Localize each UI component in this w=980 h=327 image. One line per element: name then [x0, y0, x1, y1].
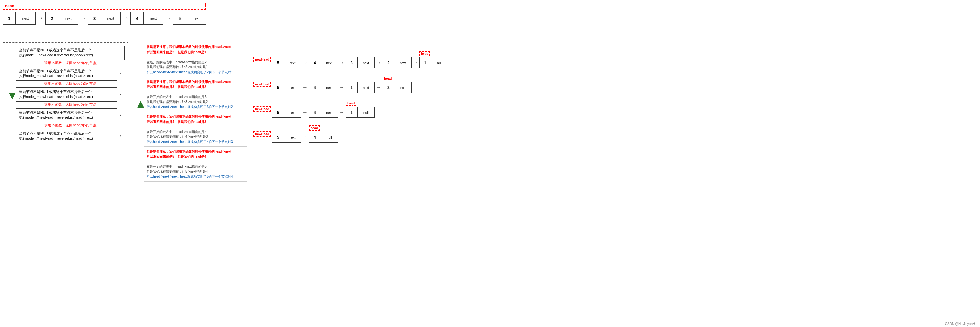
node-value: 3 [346, 57, 358, 68]
mid-line-2-4: 但是我们现在需要翻转，让4->next指向是3 [146, 135, 208, 138]
recursion-item: 当前节点不是NULL或者这个节点不是最后一个执行node_t *newHead … [16, 87, 125, 107]
chain-arrow-icon: → [301, 57, 309, 68]
chain-node: 5next [272, 107, 301, 118]
node-next: null [395, 82, 411, 93]
chain-node: 5next [272, 82, 301, 93]
node-value: 3 [88, 12, 101, 25]
rec-line1: 当前节点不是NULL或者这个节点不是最后一个 [19, 111, 92, 114]
node-next: next [321, 57, 338, 68]
chain-node: 2next [382, 57, 412, 68]
recursion-box: 当前节点不是NULL或者这个节点不是最后一个执行node_t *newHead … [16, 87, 118, 102]
node-value: 1 [420, 57, 431, 68]
node-next: null [431, 57, 448, 68]
node-next: next [358, 82, 374, 93]
recursion-box: 当前节点不是NULL或者这个节点不是最后一个执行node_t *newHead … [16, 129, 118, 143]
mid-line-1-3: 在最开始的链表中，head->next指向的是3 [146, 95, 207, 99]
top-node-2: 3next [88, 12, 121, 24]
mid-line-0-1: 所以返回回来的是2，但是我们的head是1 [146, 50, 206, 54]
rec-line1: 当前节点不是NULL或者这个节点不是最后一个 [19, 131, 92, 135]
mid-block-3: 但是需要注意，我们调用本函数的时候使用的是head->next，所以返回回来的是… [144, 147, 247, 181]
chain-node: 3next [346, 57, 375, 68]
node-next: next [101, 12, 120, 25]
newhead-label: newHead [253, 82, 271, 87]
node-next: next [16, 12, 35, 25]
mid-block-2: 但是需要注意，我们调用本函数的时候使用的是head->next，所以返回回来的是… [144, 112, 247, 147]
chain-arrow-icon: → [301, 107, 309, 118]
mid-line-2-3: 在最开始的链表中，head->next指向的是4 [146, 130, 207, 133]
recursion-item: 当前节点不是NULL或者这个节点不是最后一个执行node_t *newHead … [16, 67, 125, 86]
chain-arrow-icon: → [301, 82, 309, 93]
mid-line-2-0: 但是需要注意，我们调用本函数的时候使用的是head->next， [146, 115, 235, 118]
green-down-arrow-icon: ▼ [6, 90, 18, 101]
top-node-3: 4next [130, 12, 163, 24]
node-next: next [59, 12, 78, 25]
recursion-item: 当前节点不是NULL或者这个节点不是最后一个执行node_t *newHead … [16, 129, 125, 143]
rec-line2: 执行node_t *newHead = reverseList(head->ne… [19, 95, 93, 99]
node-value: 5 [272, 82, 284, 93]
mid-line-1-5: 所以head->next->next=head就成功实现了3的下一个节点时2 [146, 105, 233, 109]
mid-line-3-0: 但是需要注意，我们调用本函数的时候使用的是head->next， [146, 150, 235, 153]
mid-line-0-5: 所以head->next->next=head就成功实现了2的下一个节点时1 [146, 70, 233, 74]
arrow-right-icon: → [78, 12, 88, 24]
chain-arrow-icon: → [338, 57, 346, 68]
mid-line-0-3: 在最开始的链表中，head->next指向的是2 [146, 60, 207, 64]
head-label: head [419, 51, 430, 56]
node-next: next [284, 57, 301, 68]
rec-line1: 当前节点不是NULL或者这个节点不是最后一个 [19, 90, 92, 94]
node-value: 1 [3, 12, 16, 25]
node-next: next [284, 82, 301, 93]
top-node-0: 1next [3, 12, 35, 24]
node-value: 2 [383, 57, 395, 68]
arrow-right-icon: → [121, 12, 130, 24]
mid-line-3-1: 所以返回回来的是5，但是我们的head是4 [146, 155, 206, 158]
watermark: CSDN @HaiJinyanHin [945, 322, 977, 326]
mid-line-1-1: 所以返回回来的是3，但是我们的head是2 [146, 85, 206, 89]
rec-line2: 执行node_t *newHead = reverseList(head->ne… [19, 137, 93, 140]
mid-line-2-5: 所以head->next->next=head就成功实现了4的下一个节点时3 [146, 140, 233, 143]
node-next: next [284, 132, 301, 143]
node-next: next [144, 12, 163, 25]
node-next: next [186, 12, 205, 25]
chain-node: 2null [382, 82, 412, 93]
left-arrow-icon: ← [119, 91, 125, 98]
node-next: null [358, 107, 374, 118]
newhead-label: newHead [253, 131, 271, 137]
green-up-arrow-icon: ▲ [135, 98, 146, 110]
recursion-item: 当前节点不是NULL或者这个节点不是最后一个执行node_t *newHead … [16, 46, 125, 65]
chain-arrow-icon: → [375, 82, 382, 93]
recursion-box: 当前节点不是NULL或者这个节点不是最后一个执行node_t *newHead … [16, 108, 118, 122]
chain-row-2: newHead5next→4next→head3null [253, 95, 970, 118]
node-value: 3 [346, 107, 358, 118]
node-next: next [358, 57, 374, 68]
newhead-label: newHead [253, 106, 271, 112]
left-arrow-icon: ← [119, 70, 125, 77]
head-node-wrapper: head3null [346, 101, 375, 118]
chain-node: 4next [309, 107, 338, 118]
chain-row-0: newHead5next→4next→3next→2next→head1null [253, 45, 970, 68]
chain-arrow-icon: → [412, 57, 419, 68]
arrow-right-icon: → [35, 12, 45, 24]
chain-node: 3null [346, 107, 375, 118]
chain-node: 3next [346, 82, 375, 93]
recursion-call-label: 调用本函数，返回head为5的节点 [16, 123, 125, 128]
mid-line-1-0: 但是需要注意，我们调用本函数的时候使用的是head->next， [146, 80, 235, 84]
node-value: 5 [272, 107, 284, 118]
top-node-4: 5next [173, 12, 206, 24]
recursion-box: 当前节点不是NULL或者这个节点不是最后一个执行node_t *newHead … [16, 46, 125, 60]
chain-arrow-icon: → [338, 82, 346, 93]
node-next: next [395, 57, 411, 68]
newhead-label: newHead [253, 57, 271, 62]
recursion-item: 当前节点不是NULL或者这个节点不是最后一个执行node_t *newHead … [16, 108, 125, 128]
head-node-wrapper: head1null [419, 51, 449, 68]
middle-text-section: ▲但是需要注意，我们调用本函数的时候使用的是head->next，所以返回回来的… [144, 42, 247, 182]
top-linked-list: 1next→2next→3next→4next→5next [3, 12, 206, 24]
chain-row-1: newHead5next→4next→3next→head2null [253, 70, 970, 93]
top-head-label: head [3, 3, 206, 10]
head-label: head [382, 76, 393, 81]
head-node-wrapper: head2null [382, 76, 412, 93]
top-section: head 1next→2next→3next→4next→5next [3, 3, 206, 24]
node-value: 5 [272, 132, 284, 143]
left-arrow-icon: ← [119, 112, 125, 119]
top-node-1: 2next [45, 12, 78, 24]
left-recursion-box: ▼当前节点不是NULL或者这个节点不是最后一个执行node_t *newHead… [3, 42, 129, 148]
